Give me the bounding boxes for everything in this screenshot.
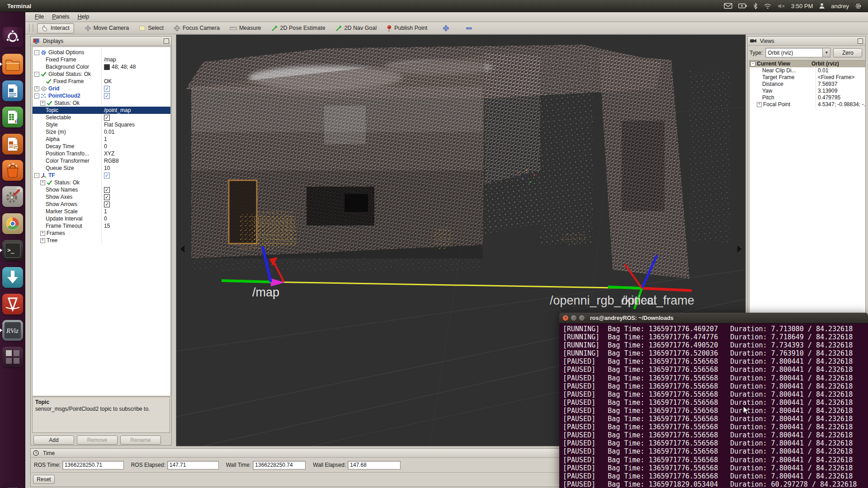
views-tree-row[interactable]: Target Frame<Fixed Frame> <box>750 74 865 81</box>
property-value[interactable]: 0.01 <box>101 128 170 136</box>
displays-tree-row[interactable]: Selectable✓ <box>33 114 170 121</box>
reset-time-button[interactable]: Reset <box>33 475 55 484</box>
time-field-input[interactable]: 1366228250.71 <box>62 461 124 469</box>
tree-expander[interactable]: - <box>34 72 39 77</box>
remove-tool-button[interactable] <box>462 23 476 33</box>
displays-tree-row[interactable]: Show Axes✓ <box>33 193 170 201</box>
tree-expander[interactable]: + <box>40 238 45 243</box>
battery-icon[interactable] <box>738 3 747 9</box>
launcher-item-workspace-switcher[interactable] <box>2 347 23 367</box>
views-tree-row[interactable]: -Current ViewOrbit (rviz) <box>750 61 865 67</box>
view-type-combo[interactable]: Orbit (rviz) ▼ <box>765 48 830 57</box>
view-property-value[interactable]: Orbit (rviz) <box>809 61 865 67</box>
tool-select[interactable]: Select <box>135 23 168 33</box>
property-value[interactable]: ✓ <box>101 172 170 179</box>
close-icon[interactable]: ✕ <box>563 315 568 321</box>
tree-expander[interactable]: - <box>34 173 39 178</box>
session-username[interactable]: andrey <box>831 3 849 9</box>
rename-display-button[interactable]: Rename <box>120 436 161 445</box>
displays-tree-row[interactable]: StyleFlat Squares <box>33 121 170 128</box>
property-value[interactable]: Flat Squares <box>101 121 170 128</box>
displays-tree-row[interactable]: Alpha1 <box>33 136 170 143</box>
clock[interactable]: 3:50 PM <box>791 3 813 9</box>
time-field-input[interactable]: 147.68 <box>348 461 401 469</box>
terminal-output[interactable]: [RUNNING] Bag Time: 1365971776.469207 Du… <box>559 324 868 488</box>
terminal-titlebar[interactable]: ✕ – ▫ ros@andreyROS: ~/Downloads <box>559 313 868 324</box>
displays-tree-row[interactable]: -Global Status: Ok <box>33 70 170 78</box>
add-display-button[interactable]: Add <box>33 436 74 445</box>
displays-tree-row[interactable]: -TF✓ <box>33 172 170 179</box>
tree-expander[interactable]: + <box>40 101 45 106</box>
launcher-item-libreoffice-impress[interactable] <box>2 134 23 155</box>
bluetooth-icon[interactable] <box>753 3 758 9</box>
launcher-item-libreoffice-writer[interactable] <box>2 80 23 101</box>
launcher-item-dash-home[interactable] <box>2 27 23 47</box>
property-value[interactable]: OK <box>101 78 170 85</box>
tool-publish-point[interactable]: Publish Point <box>382 23 431 33</box>
launcher-item-terminal[interactable]: >_ <box>2 240 23 261</box>
launcher-item-system-settings[interactable] <box>2 186 23 207</box>
views-tree-row[interactable]: Pitch0.479795 <box>750 94 865 101</box>
displays-tree-row[interactable]: Show Arrows✓ <box>33 201 170 208</box>
checkbox[interactable]: ✓ <box>104 173 110 178</box>
power-gear-icon[interactable] <box>855 3 862 9</box>
time-field-input[interactable]: 1366228250.74 <box>253 461 306 469</box>
float-panel-button[interactable] <box>164 38 169 44</box>
displays-tree-row[interactable]: Background Color48; 48; 48 <box>33 63 170 70</box>
displays-panel-titlebar[interactable]: Displays <box>31 37 171 46</box>
tool-2d-pose-estimate[interactable]: 2D Pose Estimate <box>267 23 330 33</box>
zero-button[interactable]: Zero <box>833 48 862 57</box>
tree-expander[interactable]: + <box>757 102 762 107</box>
tool-2d-nav-goal[interactable]: 2D Nav Goal <box>331 23 381 33</box>
displays-tree-row[interactable]: Position Transfo...XYZ <box>33 150 170 157</box>
tree-expander[interactable]: + <box>40 180 45 185</box>
views-panel-titlebar[interactable]: Views <box>748 37 865 46</box>
property-value[interactable]: ✓ <box>101 193 170 201</box>
volume-muted-icon[interactable] <box>778 3 785 9</box>
displays-tree-row[interactable]: +Status: Ok <box>33 99 170 107</box>
property-value[interactable]: 1 <box>101 208 170 215</box>
displays-tree-row[interactable]: +Grid✓ <box>33 85 170 92</box>
displays-tree-row[interactable]: Color TransformerRGB8 <box>33 157 170 164</box>
displays-tree-row[interactable]: Queue Size10 <box>33 164 170 172</box>
remove-display-button[interactable]: Remove <box>77 436 118 445</box>
displays-tree-row[interactable]: Fixed FrameOK <box>33 78 170 85</box>
displays-tree-row[interactable]: Fixed Frame/map <box>33 56 170 63</box>
property-value[interactable]: ✓ <box>101 114 170 121</box>
add-tool-button[interactable] <box>439 23 453 33</box>
mail-icon[interactable] <box>724 3 732 9</box>
property-value[interactable]: 15 <box>101 222 170 230</box>
terminal-window[interactable]: ✕ – ▫ ros@andreyROS: ~/Downloads [RUNNIN… <box>559 313 868 488</box>
tree-expander[interactable]: - <box>34 50 39 55</box>
tool-move-camera[interactable]: Move Camera <box>80 23 133 33</box>
tree-expander[interactable]: - <box>34 94 39 99</box>
displays-tree-row[interactable]: Marker Scale1 <box>33 208 170 215</box>
tree-expander[interactable]: - <box>750 61 755 66</box>
view-property-value[interactable]: 0.479795 <box>816 94 865 101</box>
launcher-item-trash[interactable] <box>2 483 23 488</box>
launcher-item-chromium[interactable] <box>2 213 23 234</box>
chevron-down-icon[interactable]: ▼ <box>822 48 830 57</box>
launcher-item-files[interactable] <box>2 54 23 75</box>
checkbox[interactable]: ✓ <box>104 187 110 193</box>
property-value[interactable]: 48; 48; 48 <box>101 63 170 70</box>
launcher-item-rviz[interactable]: RViz <box>2 320 23 341</box>
checkbox[interactable]: ✓ <box>104 93 110 99</box>
views-tree-row[interactable]: +Focal Point4.5347; -0.98834; -... <box>750 101 865 108</box>
tree-expander[interactable]: + <box>40 231 45 236</box>
menu-panels[interactable]: Panels <box>48 13 73 21</box>
tool-measure[interactable]: Measure <box>226 23 265 33</box>
displays-tree-row[interactable]: +Frames <box>33 230 170 237</box>
tool-interact[interactable]: Interact <box>37 23 74 33</box>
displays-tree-row[interactable]: -PointCloud2✓ <box>33 92 170 99</box>
property-value[interactable]: 1 <box>101 136 170 143</box>
checkbox[interactable]: ✓ <box>104 202 110 207</box>
property-value[interactable]: ✓ <box>101 201 170 208</box>
view-property-value[interactable]: 4.5347; -0.98834; -... <box>816 101 865 108</box>
tree-expander[interactable]: + <box>34 86 39 91</box>
launcher-item-download-manager[interactable] <box>2 267 23 288</box>
checkbox[interactable]: ✓ <box>104 194 110 200</box>
float-panel-button[interactable] <box>858 38 863 44</box>
property-value[interactable]: 0 <box>101 143 170 150</box>
property-value[interactable]: ✓ <box>101 186 170 193</box>
